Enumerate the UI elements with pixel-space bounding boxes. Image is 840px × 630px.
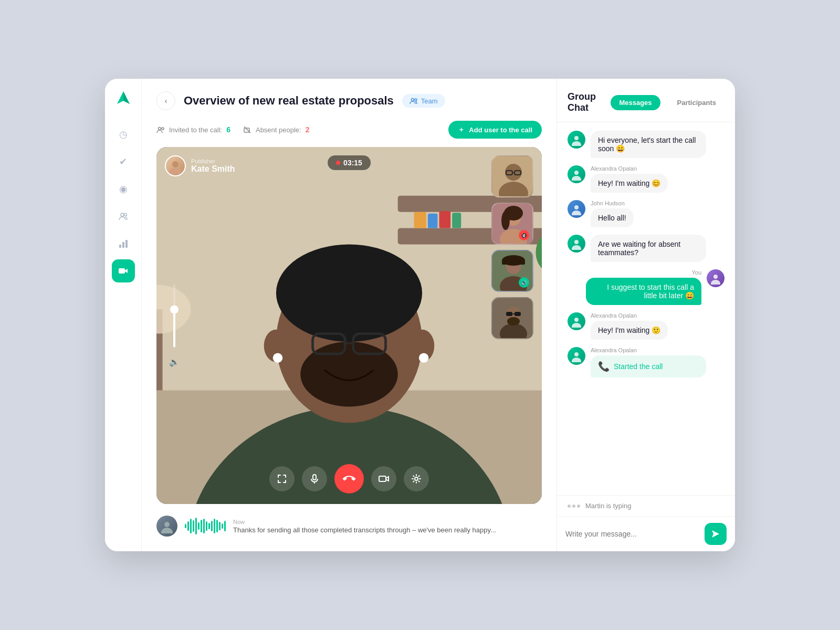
svg-point-77	[574, 240, 579, 244]
svg-point-78	[572, 245, 581, 250]
message-avatar	[568, 131, 585, 149]
dot-3	[577, 505, 580, 508]
message-content: Are we waiting for absent teammates?	[591, 235, 724, 262]
svg-rect-4	[119, 245, 121, 248]
video-background	[156, 147, 542, 504]
messages-list: Hi everyone, let's start the call soon 😄…	[557, 122, 735, 495]
thumbnail-3[interactable]: 🔊	[491, 250, 533, 292]
message-bubble: Hi everyone, let's start the call soon 😄	[591, 131, 706, 158]
message-bubble-own: I suggest to start this call a little bi…	[586, 278, 701, 305]
app-container: ◷ ✔ ◉ ‹	[105, 79, 735, 551]
volume-slider[interactable]: 🔈	[169, 285, 180, 367]
svg-rect-7	[119, 268, 125, 274]
sidebar-item-clock[interactable]: ◷	[112, 123, 135, 146]
timer-display: 03:15	[343, 159, 362, 167]
transcript-bar: Now Thanks for sending all those complet…	[156, 508, 542, 539]
message-bubble: Hey! I'm waiting 🙂	[591, 321, 668, 340]
absent-number: 2	[306, 125, 310, 134]
call-meta-bar: Invited to the call: 6 Absent people: 2 …	[156, 121, 542, 139]
chat-header: Group Chat Messages Participants	[557, 79, 735, 122]
svg-point-80	[711, 280, 720, 285]
invited-label: Invited to the call:	[169, 126, 222, 134]
svg-point-11	[162, 128, 164, 130]
message-sender: John Hudson	[591, 200, 724, 206]
fullscreen-button[interactable]	[269, 466, 295, 491]
svg-point-73	[574, 171, 579, 175]
settings-button[interactable]	[404, 466, 429, 491]
message-avatar	[568, 312, 585, 330]
message-bubble-system: 📞 Started the call	[591, 355, 706, 377]
message-item: Alexandra Opalan Hey! I'm waiting 😊	[568, 165, 724, 193]
svg-rect-65	[313, 475, 316, 480]
volume-icon: 🔈	[169, 357, 180, 367]
publisher-avatar	[165, 155, 186, 176]
svg-point-39	[419, 353, 429, 363]
message-item: John Hudson Hello all!	[568, 200, 724, 227]
own-avatar	[707, 269, 724, 287]
volume-handle[interactable]	[170, 306, 178, 314]
message-sender: Alexandra Opalan	[591, 165, 724, 172]
team-badge[interactable]: Team	[402, 94, 445, 108]
svg-point-10	[159, 128, 161, 130]
thumbnail-4[interactable]	[491, 297, 533, 339]
svg-rect-19	[439, 211, 451, 228]
volume-track[interactable]	[173, 285, 175, 348]
add-user-button[interactable]: ＋ Add user to the call	[448, 121, 542, 139]
svg-point-69	[164, 522, 170, 527]
absent-count: Absent people: 2	[243, 125, 310, 134]
svg-point-81	[574, 318, 579, 322]
sidebar-item-video[interactable]	[112, 259, 135, 282]
tab-participants[interactable]: Participants	[669, 95, 724, 110]
message-sender: You	[568, 269, 701, 276]
sidebar-item-tasks[interactable]: ✔	[112, 150, 135, 173]
transcript-content: Now Thanks for sending all those complet…	[233, 519, 542, 534]
sidebar-item-charts[interactable]	[112, 232, 135, 255]
svg-point-38	[273, 353, 283, 363]
sidebar-item-users[interactable]	[112, 205, 135, 228]
tab-messages[interactable]: Messages	[611, 95, 660, 110]
end-call-button[interactable]	[334, 464, 364, 494]
chat-title: Group Chat	[568, 91, 602, 113]
invited-count: Invited to the call: 6	[156, 125, 230, 134]
svg-point-9	[415, 99, 417, 101]
svg-point-8	[411, 99, 414, 101]
svg-rect-20	[452, 213, 461, 228]
typing-dots	[568, 505, 580, 508]
send-button[interactable]	[705, 523, 727, 545]
svg-point-72	[572, 141, 581, 146]
mic-button[interactable]	[302, 466, 327, 491]
svg-point-52	[501, 211, 510, 230]
svg-rect-17	[414, 212, 426, 228]
current-user-avatar	[156, 516, 177, 537]
call-controls	[269, 464, 429, 494]
page-title: Overview of new real estate proposals	[184, 94, 394, 108]
message-item-own: You I suggest to start this call a littl…	[568, 269, 724, 305]
message-avatar	[568, 235, 585, 253]
svg-point-70	[161, 528, 173, 533]
message-input[interactable]	[565, 526, 698, 542]
back-button[interactable]: ‹	[156, 91, 175, 110]
svg-rect-57	[502, 260, 525, 265]
message-bubble: Hey! I'm waiting 😊	[591, 174, 668, 193]
thumbnail-1[interactable]	[491, 155, 533, 197]
sidebar-item-eye[interactable]: ◉	[112, 177, 135, 201]
absent-label: Absent people:	[256, 126, 301, 134]
message-sender: Alexandra Opalan	[591, 347, 724, 353]
camera-button[interactable]	[371, 466, 396, 491]
message-bubble: Hello all!	[591, 208, 634, 227]
svg-point-76	[572, 211, 581, 215]
svg-point-43	[505, 164, 522, 181]
svg-point-31	[276, 244, 422, 341]
svg-point-2	[121, 213, 124, 216]
publisher-details: Publisher Kate Smith	[191, 158, 235, 174]
thumbnail-2[interactable]: 🔇	[491, 203, 533, 245]
speaking-icon: 🔊	[519, 277, 529, 288]
dot-2	[572, 505, 575, 508]
svg-rect-62	[514, 312, 521, 316]
svg-point-79	[713, 275, 718, 279]
message-item: Hi everyone, let's start the call soon 😄	[568, 131, 724, 158]
call-timer: 03:15	[328, 155, 371, 170]
svg-point-74	[572, 176, 581, 181]
message-avatar	[568, 200, 585, 218]
message-sender: Alexandra Opalan	[591, 312, 724, 319]
